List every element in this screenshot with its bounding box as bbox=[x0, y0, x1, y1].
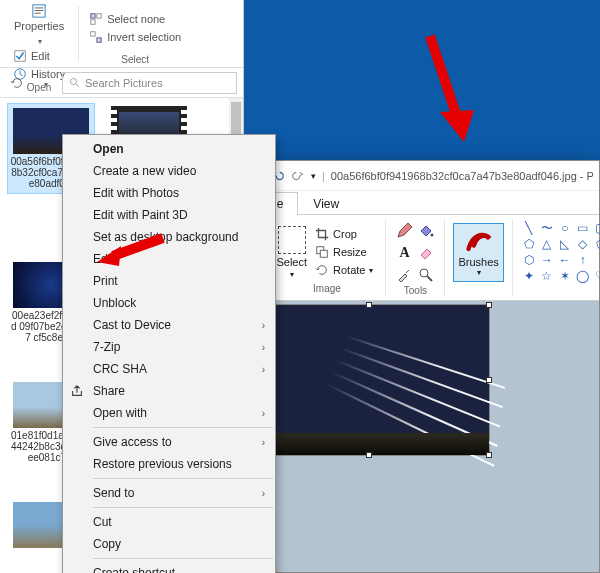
shape-curve-icon[interactable]: 〜 bbox=[539, 221, 555, 235]
qat-dropdown[interactable]: ▾ bbox=[311, 171, 316, 181]
menu-item-label: Unblock bbox=[93, 296, 136, 310]
pencil-tool[interactable] bbox=[394, 221, 414, 241]
menu-item-create-a-new-video[interactable]: Create a new video bbox=[63, 160, 275, 182]
svg-point-18 bbox=[420, 269, 428, 277]
search-input[interactable]: Search Pictures bbox=[62, 72, 237, 94]
menu-item-edit-with-photos[interactable]: Edit with Photos bbox=[63, 182, 275, 204]
select-button[interactable]: Select ▾ bbox=[276, 226, 307, 279]
shape-triangle-icon[interactable]: △ bbox=[539, 237, 555, 251]
paint-window: ▾ | 00a56f6bf0f941968b32cf0ca7a47b3e80ad… bbox=[244, 160, 600, 573]
menu-item-open[interactable]: Open bbox=[63, 138, 275, 160]
menu-item-send-to[interactable]: Send to› bbox=[63, 482, 275, 504]
submenu-arrow-icon: › bbox=[262, 364, 265, 375]
menu-item-label: Edit with Paint 3D bbox=[93, 208, 188, 222]
select-label: Select bbox=[276, 256, 307, 268]
nav-dropdown-button[interactable] bbox=[34, 72, 56, 94]
svg-point-17 bbox=[431, 234, 434, 237]
menu-item-open-with[interactable]: Open with› bbox=[63, 402, 275, 424]
brushes-button[interactable]: Brushes ▾ bbox=[453, 223, 503, 282]
fill-tool[interactable] bbox=[416, 221, 436, 241]
brushes-label: Brushes bbox=[458, 256, 498, 268]
menu-item-share[interactable]: Share bbox=[63, 380, 275, 402]
shape-star4-icon[interactable]: ✦ bbox=[521, 269, 537, 283]
menu-item-label: CRC SHA bbox=[93, 362, 147, 376]
shape-star5-icon[interactable]: ☆ bbox=[539, 269, 555, 283]
menu-item-label: Edit with Photos bbox=[93, 186, 179, 200]
shapes-gallery[interactable]: ╲ 〜 ○ ▭ ▢ ⬠ △ ◺ ◇ ⬠ ⬡ → ← ↑ ↓ ✦ ☆ bbox=[521, 221, 600, 283]
shape-star6-icon[interactable]: ✶ bbox=[557, 269, 573, 283]
picker-tool[interactable] bbox=[394, 265, 414, 285]
shape-heart-icon[interactable]: ♡ bbox=[593, 269, 600, 283]
menu-item-copy[interactable]: Copy bbox=[63, 533, 275, 555]
invert-selection-button[interactable]: Invert selection bbox=[85, 29, 185, 45]
shape-callout-icon[interactable]: ◯ bbox=[575, 269, 591, 283]
eraser-tool[interactable] bbox=[416, 243, 436, 263]
refresh-button[interactable] bbox=[6, 72, 28, 94]
select-none-button[interactable]: Select none bbox=[85, 11, 185, 27]
crop-button[interactable]: Crop bbox=[311, 226, 377, 242]
menu-item-print[interactable]: Print bbox=[63, 270, 275, 292]
shape-pentagon-icon[interactable]: ⬠ bbox=[593, 237, 600, 251]
properties-button[interactable]: Properties bbox=[6, 2, 72, 48]
text-tool[interactable]: A bbox=[394, 243, 414, 263]
menu-item-create-shortcut[interactable]: Create shortcut bbox=[63, 562, 275, 573]
menu-separator bbox=[93, 427, 273, 428]
image-group-label: Image bbox=[313, 283, 341, 294]
svg-rect-2 bbox=[35, 10, 44, 11]
resize-button[interactable]: Resize bbox=[311, 244, 377, 260]
explorer-ribbon: Properties Edit History Open Selec bbox=[0, 0, 243, 68]
tab-view[interactable]: View bbox=[298, 192, 354, 215]
chevron-down-icon bbox=[42, 76, 48, 90]
bucket-icon bbox=[418, 223, 434, 239]
paint-titlebar[interactable]: ▾ | 00a56f6bf0f941968b32cf0ca7a47b3e80ad… bbox=[245, 161, 599, 191]
edit-button[interactable]: Edit bbox=[9, 48, 69, 64]
shape-arrowl-icon[interactable]: ← bbox=[557, 253, 573, 267]
redo-icon[interactable] bbox=[291, 169, 305, 183]
menu-item-restore-previous-versions[interactable]: Restore previous versions bbox=[63, 453, 275, 475]
edit-icon bbox=[13, 49, 27, 63]
shape-oval-icon[interactable]: ○ bbox=[557, 221, 573, 235]
shape-arrowu-icon[interactable]: ↑ bbox=[575, 253, 591, 267]
menu-separator bbox=[93, 478, 273, 479]
tools-group-label: Tools bbox=[404, 285, 427, 296]
paint-tabs: ome View bbox=[245, 191, 599, 215]
svg-rect-1 bbox=[35, 8, 44, 9]
svg-rect-16 bbox=[320, 250, 327, 257]
shape-arrowd-icon[interactable]: ↓ bbox=[593, 253, 600, 267]
canvas-image[interactable] bbox=[249, 305, 489, 455]
zoom-tool[interactable] bbox=[416, 265, 436, 285]
select-none-icon bbox=[89, 12, 103, 26]
magnifier-icon bbox=[418, 267, 434, 283]
brushes-group: Brushes ▾ bbox=[445, 219, 512, 296]
menu-item-unblock[interactable]: Unblock bbox=[63, 292, 275, 314]
paint-title-text: 00a56f6bf0f941968b32cf0ca7a47b3e80adf046… bbox=[331, 170, 593, 182]
shape-hexagon-icon[interactable]: ⬡ bbox=[521, 253, 537, 267]
title-separator: | bbox=[322, 170, 325, 182]
menu-item-crc-sha[interactable]: CRC SHA› bbox=[63, 358, 275, 380]
menu-item-7-zip[interactable]: 7-Zip› bbox=[63, 336, 275, 358]
context-menu: OpenCreate a new videoEdit with PhotosEd… bbox=[62, 134, 276, 573]
menu-item-label: Create shortcut bbox=[93, 566, 175, 573]
menu-item-label: Cut bbox=[93, 515, 112, 529]
shape-line-icon[interactable]: ╲ bbox=[521, 221, 537, 235]
menu-item-cut[interactable]: Cut bbox=[63, 511, 275, 533]
menu-item-label: Cast to Device bbox=[93, 318, 171, 332]
shape-rtriangle-icon[interactable]: ◺ bbox=[557, 237, 573, 251]
brushes-group-label bbox=[477, 283, 480, 294]
shape-diamond-icon[interactable]: ◇ bbox=[575, 237, 591, 251]
menu-item-label: Send to bbox=[93, 486, 134, 500]
brush-icon bbox=[465, 228, 493, 256]
eyedropper-icon bbox=[396, 267, 412, 283]
rotate-button[interactable]: Rotate ▾ bbox=[311, 262, 377, 278]
shape-rect-icon[interactable]: ▭ bbox=[575, 221, 591, 235]
crop-icon bbox=[315, 227, 329, 241]
menu-item-cast-to-device[interactable]: Cast to Device› bbox=[63, 314, 275, 336]
shape-roundrect-icon[interactable]: ▢ bbox=[593, 221, 600, 235]
shape-arrowr-icon[interactable]: → bbox=[539, 253, 555, 267]
pencil-icon bbox=[396, 223, 412, 239]
menu-item-give-access-to[interactable]: Give access to› bbox=[63, 431, 275, 453]
paint-canvas-area[interactable] bbox=[245, 301, 599, 572]
text-icon: A bbox=[399, 245, 409, 261]
menu-item-edit-with-paint-3d[interactable]: Edit with Paint 3D bbox=[63, 204, 275, 226]
shape-polygon-icon[interactable]: ⬠ bbox=[521, 237, 537, 251]
